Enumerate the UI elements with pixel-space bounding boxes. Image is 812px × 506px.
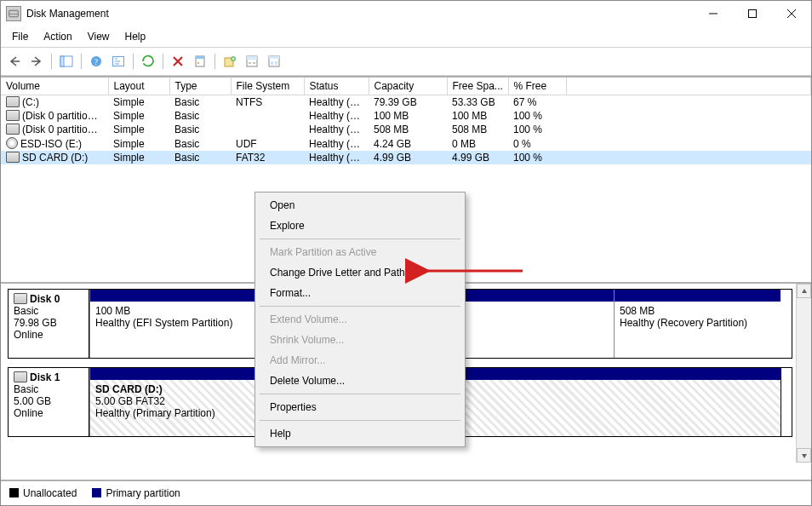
legend-primary: Primary partition — [92, 487, 180, 499]
partition[interactable]: 508 MBHealthy (Recovery Partition) — [614, 290, 781, 358]
menubar: File Action View Help — [1, 26, 811, 47]
volume-row[interactable]: ESD-ISO (E:)SimpleBasicUDFHealthy (P...4… — [1, 136, 811, 151]
context-menu-separator — [260, 306, 460, 307]
settings-button[interactable] — [242, 51, 262, 72]
context-menu-separator — [260, 239, 460, 239]
partition-color-bar — [90, 290, 256, 302]
disk-icon — [14, 293, 27, 304]
new-volume-button[interactable] — [220, 51, 240, 72]
svg-rect-3 — [749, 10, 757, 18]
col-status[interactable]: Status — [304, 78, 369, 95]
context-menu-separator — [260, 394, 460, 394]
context-menu-item: Shrink Volume... — [258, 330, 462, 350]
volume-icon — [6, 124, 20, 135]
show-hide-console-tree-button[interactable] — [56, 51, 77, 72]
back-button[interactable] — [4, 51, 25, 72]
volume-icon — [6, 110, 20, 121]
window-title: Disk Management — [26, 8, 694, 20]
context-menu-item[interactable]: Delete Volume... — [258, 371, 462, 391]
app-icon — [6, 6, 21, 21]
forward-button[interactable] — [26, 51, 47, 72]
scrollbar[interactable] — [796, 284, 811, 463]
col-pctfree[interactable]: % Free — [508, 78, 566, 95]
svg-rect-12 — [196, 56, 204, 59]
svg-rect-19 — [269, 56, 279, 59]
legend-unallocated: Unallocated — [9, 487, 77, 499]
volume-icon — [6, 137, 18, 149]
svg-rect-7 — [60, 56, 64, 66]
col-layout[interactable]: Layout — [108, 78, 169, 95]
disk-management-window: Disk Management File Action View Help ? — [0, 0, 812, 506]
menu-action[interactable]: Action — [36, 28, 79, 45]
disk-info[interactable]: Disk 1Basic5.00 GBOnline — [8, 367, 89, 437]
svg-rect-1 — [9, 14, 19, 14]
svg-rect-17 — [247, 56, 257, 60]
context-menu-item: Mark Partition as Active — [258, 242, 462, 262]
close-button[interactable] — [772, 1, 811, 26]
help-button[interactable]: ? — [86, 51, 106, 72]
svg-rect-20 — [271, 61, 273, 65]
context-menu-item[interactable]: Format... — [258, 283, 462, 303]
disk-icon — [14, 371, 27, 382]
svg-rect-21 — [275, 61, 277, 65]
context-menu-separator — [260, 420, 460, 421]
context-menu-item[interactable]: Help — [258, 423, 462, 444]
partition-color-bar — [615, 290, 781, 302]
volume-row[interactable]: (Disk 0 partition 1)SimpleBasicHealthy (… — [1, 109, 811, 123]
volume-header-row: Volume Layout Type File System Status Ca… — [1, 78, 811, 95]
context-menu-item[interactable]: Open — [258, 195, 462, 216]
minimize-button[interactable] — [694, 1, 733, 26]
context-menu-item: Extend Volume... — [258, 309, 462, 330]
view-button[interactable] — [264, 51, 284, 72]
disk-info[interactable]: Disk 0Basic79.98 GBOnline — [8, 289, 89, 359]
menu-help[interactable]: Help — [117, 28, 154, 45]
col-type[interactable]: Type — [169, 78, 231, 95]
menu-file[interactable]: File — [4, 28, 36, 45]
context-menu-item: Add Mirror... — [258, 350, 462, 371]
volume-row[interactable]: SD CARD (D:)SimpleBasicFAT32Healthy (P..… — [1, 151, 811, 164]
properties-button[interactable] — [190, 51, 210, 72]
col-volume[interactable]: Volume — [1, 78, 108, 95]
delete-button[interactable] — [168, 51, 188, 72]
col-capacity[interactable]: Capacity — [369, 78, 447, 95]
svg-point-13 — [197, 62, 199, 64]
refresh-button[interactable] — [108, 51, 129, 72]
scroll-down-button[interactable] — [797, 448, 811, 463]
context-menu-item[interactable]: Explore — [258, 216, 462, 236]
scroll-up-button[interactable] — [797, 284, 811, 298]
volume-icon — [6, 96, 20, 107]
context-menu-item[interactable]: Properties — [258, 397, 462, 417]
rescan-disks-button[interactable] — [138, 51, 158, 72]
titlebar: Disk Management — [1, 1, 811, 26]
volume-row[interactable]: (Disk 0 partition 4)SimpleBasicHealthy (… — [1, 123, 811, 136]
svg-text:?: ? — [94, 57, 99, 66]
partition[interactable]: 100 MBHealthy (EFI System Partition) — [89, 290, 256, 358]
toolbar: ? — [1, 48, 811, 75]
context-menu: OpenExploreMark Partition as ActiveChang… — [254, 192, 466, 447]
col-filesystem[interactable]: File System — [231, 78, 304, 95]
maximize-button[interactable] — [733, 1, 772, 26]
volume-row[interactable]: (C:)SimpleBasicNTFSHealthy (B...79.39 GB… — [1, 95, 811, 110]
window-controls — [694, 1, 811, 26]
volume-icon — [6, 152, 20, 163]
menu-view[interactable]: View — [80, 28, 117, 45]
context-menu-item[interactable]: Change Drive Letter and Paths... — [258, 262, 462, 283]
legend: Unallocated Primary partition — [1, 480, 811, 505]
col-freespace[interactable]: Free Spa... — [447, 78, 508, 95]
